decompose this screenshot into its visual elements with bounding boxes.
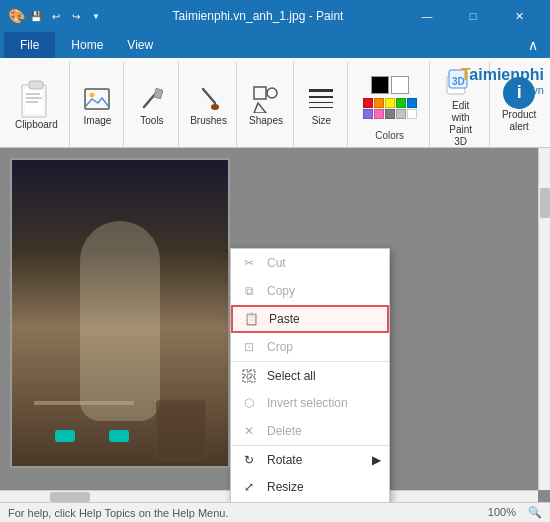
image-group: Image — [72, 62, 125, 147]
rotate-label: Rotate — [267, 453, 302, 467]
clipboard-label: Clipboard — [15, 119, 58, 131]
context-menu-select-all[interactable]: Select all — [231, 361, 389, 389]
svg-rect-21 — [250, 377, 255, 382]
svg-rect-18 — [243, 370, 248, 375]
select-all-icon — [241, 368, 257, 384]
colors-label: Colors — [375, 130, 404, 143]
svg-rect-4 — [26, 97, 42, 99]
window-title: Taimienphi.vn_anh_1.jpg - Paint — [112, 9, 404, 23]
svg-rect-3 — [26, 93, 40, 95]
brushes-label: Brushes — [190, 115, 227, 127]
svg-rect-12 — [254, 87, 266, 99]
shapes-button[interactable]: Shapes — [245, 81, 287, 129]
zoom-level: 100% — [488, 506, 516, 519]
svg-marker-14 — [254, 103, 266, 113]
shapes-icon — [250, 83, 282, 115]
color-swatch[interactable] — [396, 109, 406, 119]
foreground-color[interactable] — [371, 76, 389, 94]
menu-bar: File Home View ∧ — [0, 32, 550, 58]
product-alert-label: Product alert — [502, 109, 536, 133]
size-group: Size — [296, 62, 349, 147]
copy-label: Copy — [267, 284, 295, 298]
size-button[interactable]: Size — [301, 81, 341, 129]
context-menu-copy[interactable]: ⧉ Copy — [231, 277, 389, 305]
color-swatch[interactable] — [385, 98, 395, 108]
tools-label: Tools — [140, 115, 163, 127]
canvas-area: ✂ Cut ⧉ Copy 📋 Paste ⊡ Crop Select all ⬡ — [0, 148, 550, 502]
delete-icon: ✕ — [241, 423, 257, 439]
watermark-vn: .vn — [461, 84, 544, 96]
svg-rect-5 — [26, 101, 38, 103]
context-menu-delete[interactable]: ✕ Delete — [231, 417, 389, 445]
context-menu-invert-color[interactable]: ◑ Invert color — [231, 501, 389, 502]
title-bar: 🎨 💾 ↩ ↪ ▼ Taimienphi.vn_anh_1.jpg - Pain… — [0, 0, 550, 32]
brushes-button[interactable]: Brushes — [186, 81, 231, 129]
color-swatch[interactable] — [363, 109, 373, 119]
svg-point-11 — [211, 104, 219, 110]
rotate-icon: ↻ — [241, 452, 257, 468]
watermark-rest: aimienphi — [469, 66, 544, 83]
svg-rect-6 — [85, 89, 109, 109]
svg-rect-19 — [250, 370, 255, 375]
color-swatch[interactable] — [385, 109, 395, 119]
context-menu-crop[interactable]: ⊡ Crop — [231, 333, 389, 361]
tools-icon — [136, 83, 168, 115]
maximize-button[interactable]: □ — [450, 0, 496, 32]
svg-rect-9 — [154, 88, 163, 99]
svg-rect-2 — [29, 81, 43, 89]
watermark: Taimienphi .vn — [461, 66, 544, 96]
size-icon — [305, 83, 337, 115]
context-menu-paste[interactable]: 📋 Paste — [231, 305, 389, 333]
save-quick-icon[interactable]: 💾 — [28, 8, 44, 24]
vertical-scrollbar[interactable] — [538, 148, 550, 490]
dropdown-icon[interactable]: ▼ — [88, 8, 104, 24]
image-label: Image — [84, 115, 112, 127]
color-swatch[interactable] — [396, 98, 406, 108]
home-menu[interactable]: Home — [59, 32, 115, 58]
svg-point-13 — [267, 88, 277, 98]
context-menu-invert-selection[interactable]: ⬡ Invert selection — [231, 389, 389, 417]
color-swatch[interactable] — [407, 98, 417, 108]
background-color[interactable] — [391, 76, 409, 94]
clipboard-button[interactable]: Clipboard — [9, 75, 64, 135]
edit3d-label: Edit with Paint 3D — [444, 100, 477, 148]
svg-line-10 — [203, 89, 215, 103]
undo-icon[interactable]: ↩ — [48, 8, 64, 24]
minimize-button[interactable]: — — [404, 0, 450, 32]
shapes-group: Shapes — [239, 62, 293, 147]
clipboard-group: Clipboard — [4, 62, 70, 147]
color-swatch[interactable] — [374, 109, 384, 119]
tools-button[interactable]: Tools — [132, 81, 172, 129]
clipboard-icon — [16, 79, 56, 119]
close-button[interactable]: ✕ — [496, 0, 542, 32]
crop-icon: ⊡ — [241, 339, 257, 355]
context-menu-rotate[interactable]: ↻ Rotate ▶ — [231, 445, 389, 473]
help-icon: ∧ — [528, 37, 538, 53]
file-menu[interactable]: File — [4, 32, 55, 58]
invert-selection-label: Invert selection — [267, 396, 348, 410]
resize-icon: ⤢ — [241, 479, 257, 495]
scrollbar-thumb-v[interactable] — [540, 188, 550, 218]
zoom-icon[interactable]: 🔍 — [528, 506, 542, 519]
brushes-group: Brushes — [181, 62, 238, 147]
color-swatch[interactable] — [363, 98, 373, 108]
title-bar-icons: 🎨 💾 ↩ ↪ ▼ — [8, 8, 104, 24]
color-swatch[interactable] — [374, 98, 384, 108]
status-text: For help, click Help Topics on the Help … — [8, 507, 229, 519]
colors-group: Colors — [350, 62, 430, 147]
rotate-submenu-arrow: ▶ — [372, 453, 381, 467]
view-menu[interactable]: View — [115, 32, 165, 58]
image-button[interactable]: Image — [77, 81, 117, 129]
crop-label: Crop — [267, 340, 293, 354]
scrollbar-thumb-h[interactable] — [50, 492, 90, 502]
cut-label: Cut — [267, 256, 286, 270]
window-controls: — □ ✕ — [404, 0, 542, 32]
invert-selection-icon: ⬡ — [241, 395, 257, 411]
context-menu-resize[interactable]: ⤢ Resize — [231, 473, 389, 501]
paste-icon: 📋 — [243, 311, 259, 327]
svg-rect-20 — [243, 377, 248, 382]
redo-icon[interactable]: ↪ — [68, 8, 84, 24]
context-menu-cut[interactable]: ✂ Cut — [231, 249, 389, 277]
canvas-image[interactable] — [10, 158, 230, 468]
color-swatch[interactable] — [407, 109, 417, 119]
